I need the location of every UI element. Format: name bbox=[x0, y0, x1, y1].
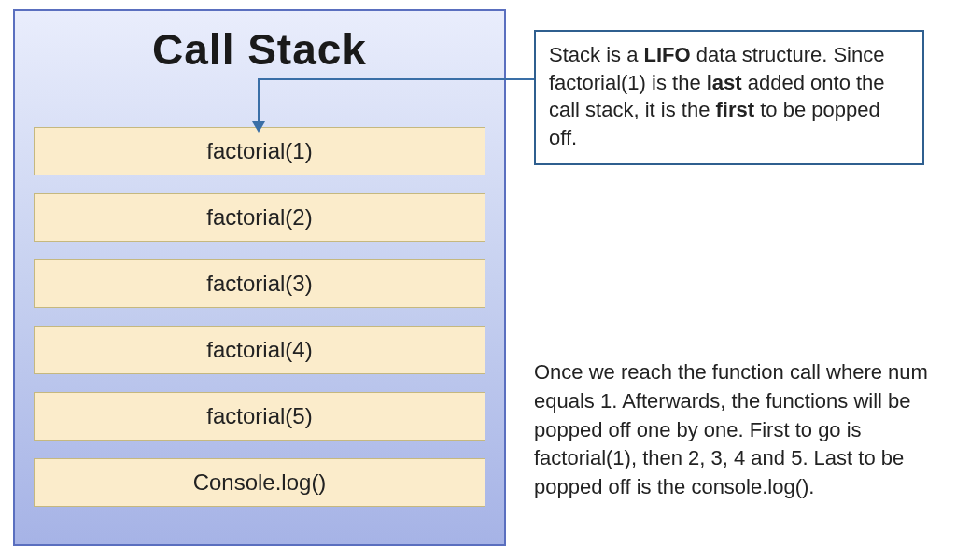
stack-frame: factorial(3) bbox=[34, 259, 485, 308]
note-bold-last: last bbox=[707, 71, 742, 94]
stack-frames: factorial(1) factorial(2) factorial(3) f… bbox=[15, 82, 504, 525]
lifo-note: Stack is a LIFO data structure. Since fa… bbox=[534, 30, 924, 165]
call-stack-panel: Call Stack factorial(1) factorial(2) fac… bbox=[13, 9, 506, 546]
arrow-down-icon bbox=[252, 121, 265, 133]
note-text: Stack is a bbox=[549, 43, 643, 66]
call-stack-title: Call Stack bbox=[15, 24, 504, 75]
note-bold-first: first bbox=[716, 98, 755, 121]
stack-frame: factorial(4) bbox=[34, 326, 485, 374]
stack-frame: Console.log() bbox=[34, 458, 485, 507]
stack-frame: factorial(5) bbox=[34, 392, 485, 441]
note-bold-lifo: LIFO bbox=[643, 43, 690, 66]
stack-frame: factorial(1) bbox=[34, 127, 485, 175]
stack-frame: factorial(2) bbox=[34, 193, 485, 242]
explanation-text: Once we reach the function call where nu… bbox=[534, 358, 935, 502]
